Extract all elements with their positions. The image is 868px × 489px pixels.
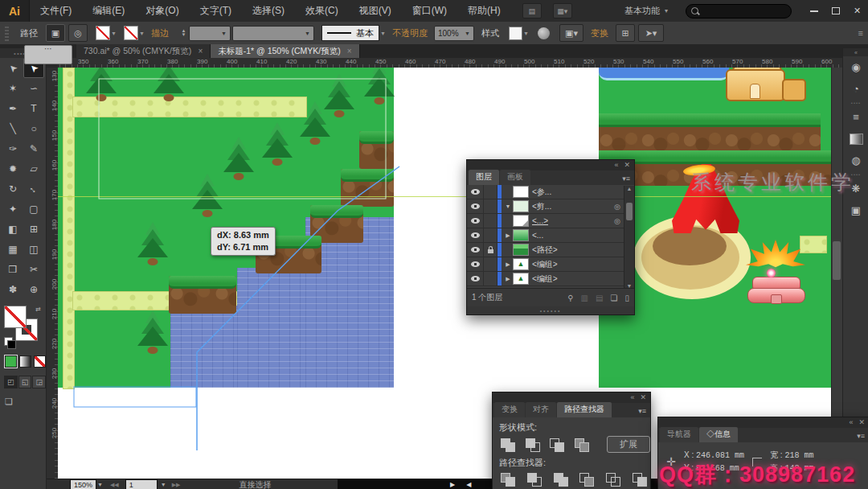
fill-color-well[interactable] xyxy=(4,306,27,328)
free-transform-tool-icon[interactable]: ▢ xyxy=(23,199,44,219)
close-panel-icon[interactable]: ✕ xyxy=(624,160,630,171)
swap-fill-stroke-icon[interactable]: ⇄ xyxy=(35,306,41,313)
menu-item[interactable]: 窗口(W) xyxy=(402,0,457,22)
layer-name[interactable]: <...> xyxy=(532,216,548,225)
expand-button[interactable]: 扩展 xyxy=(607,436,650,453)
artboard-number-field[interactable]: 1 xyxy=(125,479,158,489)
style-swatch[interactable] xyxy=(509,27,522,40)
menu-item[interactable]: 文字(T) xyxy=(190,0,242,22)
arrange-documents-icon[interactable]: ▦▾ xyxy=(553,3,572,18)
persp-grid-tool-icon[interactable]: ⊞ xyxy=(23,219,44,239)
menu-item[interactable]: 对象(O) xyxy=(135,0,189,22)
stroke-link[interactable]: 描边 xyxy=(151,27,169,39)
restore-button[interactable] xyxy=(825,0,846,22)
bounding-box-toggle-icon[interactable]: ⊞ xyxy=(616,24,635,42)
document-tab-1[interactable]: 730.ai* @ 50% (CMYK/预览) × xyxy=(76,44,211,58)
select-similar-icon[interactable]: ➤▾ xyxy=(638,24,664,42)
panel-menu-icon[interactable]: ▾≡ xyxy=(634,407,650,417)
brush-definition-dropdown[interactable]: 基本 xyxy=(321,25,379,41)
outline-icon[interactable] xyxy=(604,471,624,487)
panel-grip[interactable] xyxy=(5,25,9,41)
eraser-tool-icon[interactable]: ▱ xyxy=(23,158,44,179)
hand-tool-icon[interactable]: ✽ xyxy=(2,279,23,299)
tab-pathfinder[interactable]: 路径查找器 xyxy=(557,402,612,417)
recolor-artwork-icon[interactable] xyxy=(538,27,550,39)
stroke-icon[interactable]: ≡ xyxy=(843,106,868,128)
crop-icon[interactable] xyxy=(578,471,597,487)
screen-mode-icon[interactable]: ❏ xyxy=(5,397,46,407)
tab-layers[interactable]: 图层 xyxy=(469,170,499,185)
bounding-box-icon[interactable]: ▣ xyxy=(46,24,65,42)
stroke-dropdown-icon[interactable]: ▼ xyxy=(138,26,145,40)
exclude-icon[interactable] xyxy=(573,437,591,453)
collapse-panel-icon[interactable]: « xyxy=(630,392,634,403)
width-tool-icon[interactable]: ✦ xyxy=(2,199,23,219)
paintbrush-tool-icon[interactable]: ✑ xyxy=(2,138,23,158)
pen-tool-icon[interactable]: ✒ xyxy=(2,98,23,118)
menu-item[interactable]: 效果(C) xyxy=(295,0,349,22)
menu-item[interactable]: 视图(V) xyxy=(349,0,402,22)
layer-row[interactable]: <...>◎ xyxy=(467,214,634,228)
zoom-level-field[interactable]: 150% xyxy=(70,479,96,489)
draw-normal-icon[interactable]: ◰ xyxy=(4,376,18,388)
tab-info[interactable]: ◇信息 xyxy=(699,427,738,442)
menu-item[interactable]: 文件(F) xyxy=(30,0,82,22)
layer-name[interactable]: <剪... xyxy=(532,201,551,212)
workspace-switcher[interactable]: 基本功能 ▾ xyxy=(618,3,674,18)
document-tab-2[interactable]: 未标题-1* @ 150% (CMYK/预览) × xyxy=(211,44,359,58)
layer-row[interactable]: ▼<剪...◎ xyxy=(467,199,634,214)
isolate-target-icon[interactable]: ◎ xyxy=(68,24,88,42)
visibility-toggle[interactable] xyxy=(467,185,484,199)
layer-row[interactable]: ▶▲<编组>○ xyxy=(467,257,634,272)
width-profile-dropdown[interactable]: ▼ xyxy=(232,26,314,41)
minimize-button[interactable] xyxy=(803,0,825,22)
lock-toggle[interactable] xyxy=(484,257,497,271)
layer-name[interactable]: <参... xyxy=(532,187,551,198)
zoom-tool-icon[interactable]: ⊕ xyxy=(23,279,44,299)
artboard-tool-icon[interactable]: ❒ xyxy=(2,259,23,279)
launch-bridge-icon[interactable]: ▤ xyxy=(522,3,542,18)
line-segment-tool-icon[interactable]: ╲ xyxy=(2,118,23,138)
menu-item[interactable]: 编辑(E) xyxy=(82,0,135,22)
lock-toggle[interactable] xyxy=(484,214,497,228)
layer-name[interactable]: <路径> xyxy=(532,244,558,256)
panel-resize-grip[interactable]: •••••• xyxy=(467,306,634,314)
type-tool-icon[interactable]: T xyxy=(23,98,44,118)
layer-row[interactable]: ▶▲<编组>○ xyxy=(467,272,634,286)
tab-align[interactable]: 对齐 xyxy=(526,402,556,417)
graphic-styles-icon[interactable]: ▣ xyxy=(843,199,868,221)
transparency-icon[interactable]: ◍ xyxy=(843,150,868,171)
expand-icon[interactable]: ▼ xyxy=(503,203,513,209)
minus-back-icon[interactable] xyxy=(631,471,650,487)
close-panel-icon[interactable]: ✕ xyxy=(640,392,646,403)
style-dropdown-icon[interactable]: ▼ xyxy=(522,26,530,40)
none-button[interactable] xyxy=(34,355,46,368)
rotate-tool-icon[interactable]: ↻ xyxy=(2,179,23,199)
fill-swatch[interactable] xyxy=(96,26,110,40)
tab-navigator[interactable]: 导航器 xyxy=(660,427,698,442)
gradient-button[interactable] xyxy=(19,355,31,368)
expand-icon[interactable]: ▶ xyxy=(503,276,513,282)
tab-transform[interactable]: 变换 xyxy=(494,402,525,417)
lock-toggle[interactable] xyxy=(484,243,497,257)
color-button[interactable] xyxy=(5,355,17,368)
scroll-up-icon[interactable]: ▲ xyxy=(627,186,633,191)
layer-row[interactable]: ▶<...○ xyxy=(467,228,634,243)
new-layer-icon[interactable]: ❏ xyxy=(611,294,618,302)
opacity-dropdown[interactable]: 100% ▼ xyxy=(434,26,474,41)
shape-builder-tool-icon[interactable]: ◧ xyxy=(2,219,23,239)
draw-inside-icon[interactable]: ◲ xyxy=(32,376,46,388)
layers-scrollbar[interactable]: ▲ ▼ xyxy=(624,186,634,289)
artboard-dropdown-icon[interactable]: ▼ xyxy=(161,482,166,487)
make-clipping-mask-icon[interactable]: ▥ xyxy=(581,294,588,302)
scale-tool-icon[interactable]: ↔ xyxy=(23,179,44,199)
visibility-toggle[interactable] xyxy=(467,243,484,257)
vertical-ruler[interactable]: 130140150160170180190200210220230240250 xyxy=(46,68,59,479)
gradient-icon[interactable] xyxy=(843,128,868,150)
menu-item[interactable]: 帮助(H) xyxy=(457,0,511,22)
delete-layer-icon[interactable]: ▯ xyxy=(624,294,629,302)
slice-tool-icon[interactable]: ✂ xyxy=(23,259,44,279)
close-tab-icon[interactable]: × xyxy=(347,47,352,55)
layer-name[interactable]: <编组> xyxy=(532,273,558,285)
transform-link[interactable]: 变换 xyxy=(591,27,608,39)
